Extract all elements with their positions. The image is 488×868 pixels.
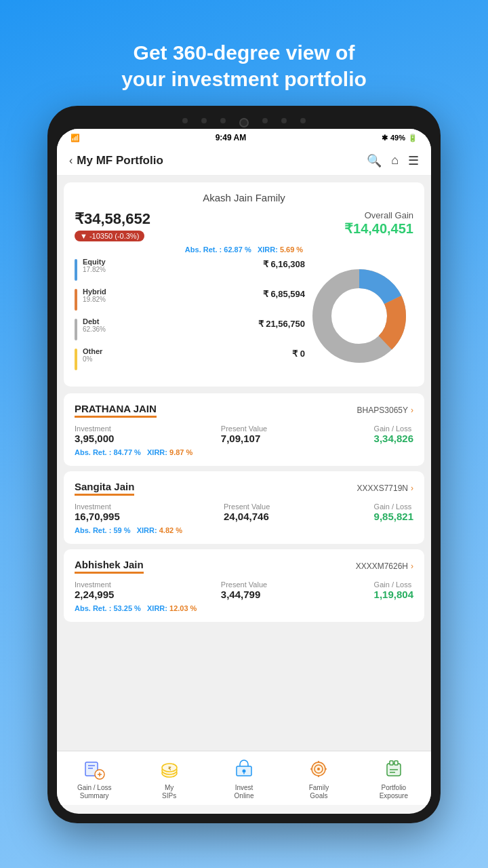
alloc-hybrid: Hybrid 19.82% ₹ 6,85,594 xyxy=(75,288,305,311)
alloc-hybrid-pct: 19.82% xyxy=(83,296,106,303)
investment-value-2: 16,70,995 xyxy=(75,511,120,522)
alloc-other-value: ₹ 0 xyxy=(292,349,305,359)
donut-chart xyxy=(305,262,413,373)
chevron-right-icon-1[interactable]: › xyxy=(411,406,413,415)
person-1-abs: Abs. Ret. : 84.77 % XIRR: 9.87 % xyxy=(75,448,413,456)
person-3-name: Abhishek Jain xyxy=(75,559,144,574)
alloc-other-pct: 0% xyxy=(83,355,102,363)
gl-value-3: 1,19,804 xyxy=(374,589,413,600)
gl-value-1: 3,34,826 xyxy=(374,433,413,444)
back-button[interactable]: ‹ My MF Portfolio xyxy=(69,154,163,167)
person-2-abs: Abs. Ret. : 59 % XIRR: 4.82 % xyxy=(75,526,413,534)
home-icon[interactable]: ⌂ xyxy=(391,153,399,168)
person-1-name: PRATHANA JAIN xyxy=(75,403,157,418)
wifi-icon: 📶 xyxy=(70,134,80,142)
nav-sips-label: MySIPs xyxy=(162,784,176,800)
person-3-abs: Abs. Ret. : 53.25 % XIRR: 12.03 % xyxy=(75,604,413,612)
alloc-equity-pct: 17.82% xyxy=(83,266,106,273)
alloc-debt: Debt 62.36% ₹ 21,56,750 xyxy=(75,317,305,340)
person-2-id: XXXXS7719N › xyxy=(357,484,413,493)
nav-goals[interactable]: FamilyGoals xyxy=(281,757,356,800)
top-bar: ‹ My MF Portfolio 🔍 ⌂ ☰ xyxy=(57,146,431,176)
nav-gain-loss-label: Gain / LossSummary xyxy=(77,784,112,800)
alloc-other-label: Other xyxy=(83,347,102,355)
alloc-debt-value: ₹ 21,56,750 xyxy=(258,319,305,329)
back-arrow-icon: ‹ xyxy=(69,155,73,167)
change-badge: ▼ -10350 (-0.3%) xyxy=(75,231,144,241)
investment-value-3: 2,24,995 xyxy=(75,589,114,600)
pv-value-3: 3,44,799 xyxy=(221,589,267,600)
person-card-3: Abhishek Jain XXXXM7626H › Investment 2,… xyxy=(64,549,424,622)
alloc-hybrid-label: Hybrid xyxy=(83,288,106,296)
alloc-debt-pct: 62.36% xyxy=(83,326,106,333)
search-icon[interactable]: 🔍 xyxy=(367,153,382,168)
svg-rect-25 xyxy=(390,761,393,765)
pv-label-1: Present Value xyxy=(221,425,267,433)
alloc-equity-value: ₹ 6,16,308 xyxy=(263,259,305,269)
total-amount: ₹34,58,652 xyxy=(75,210,150,228)
nav-invest-label: InvestOnline xyxy=(235,784,254,800)
person-card-1: PRATHANA JAIN BHAPS3065Y › Investment 3,… xyxy=(64,393,424,466)
page-title: My MF Portfolio xyxy=(77,154,163,167)
overall-gain-amount: ₹14,40,451 xyxy=(344,220,413,237)
gl-value-2: 9,85,821 xyxy=(374,511,413,522)
family-name: Akash Jain Family xyxy=(75,192,413,203)
pv-label-2: Present Value xyxy=(224,502,270,511)
bluetooth-icon: ✱ xyxy=(382,134,388,142)
investment-label-3: Investment xyxy=(75,580,114,589)
nav-invest[interactable]: InvestOnline xyxy=(207,757,281,800)
phone-frame: 📶 9:49 AM ✱ 49% 🔋 ‹ My MF Portfolio 🔍 ⌂ … xyxy=(47,106,441,823)
time: 9:49 AM xyxy=(216,133,247,142)
alloc-hybrid-value: ₹ 6,85,594 xyxy=(263,289,305,299)
nav-goals-label: FamilyGoals xyxy=(309,784,329,800)
status-bar: 📶 9:49 AM ✱ 49% 🔋 xyxy=(57,129,431,146)
portfolio-abs-ret: Abs. Ret. : 62.87 % XIRR: 5.69 % xyxy=(75,245,413,254)
chevron-right-icon-2[interactable]: › xyxy=(411,484,413,493)
nav-exposure[interactable]: PortfolioExposure xyxy=(357,757,431,800)
portfolio-card: Akash Jain Family ₹34,58,652 ▼ -10350 (-… xyxy=(64,182,424,387)
svg-rect-26 xyxy=(394,761,398,765)
person-card-2: Sangita Jain XXXXS7719N › Investment 16,… xyxy=(64,471,424,544)
person-3-id: XXXXM7626H › xyxy=(356,561,413,571)
gl-label-3: Gain / Loss xyxy=(374,580,413,589)
battery-text: 49% xyxy=(390,134,405,142)
menu-icon[interactable]: ☰ xyxy=(408,153,419,168)
nav-exposure-label: PortfolioExposure xyxy=(380,784,408,800)
alloc-equity-label: Equity xyxy=(83,258,106,266)
alloc-other: Other 0% ₹ 0 xyxy=(75,347,305,370)
alloc-debt-label: Debt xyxy=(83,317,106,326)
pv-label-3: Present Value xyxy=(221,580,267,589)
investment-label-1: Investment xyxy=(75,425,114,433)
person-1-id: BHAPS3065Y › xyxy=(357,406,413,415)
alloc-equity: Equity 17.82% ₹ 6,16,308 xyxy=(75,258,305,281)
person-2-name: Sangita Jain xyxy=(75,481,134,496)
pv-value-2: 24,04,746 xyxy=(224,511,270,522)
overall-gain-label: Overall Gain xyxy=(344,210,413,220)
investment-label-2: Investment xyxy=(75,502,120,511)
nav-sips[interactable]: ₹ MySIPs xyxy=(131,757,206,800)
nav-gain-loss[interactable]: Gain / LossSummary xyxy=(57,757,131,800)
svg-point-19 xyxy=(317,768,320,770)
svg-point-3 xyxy=(332,289,386,343)
pv-value-1: 7,09,107 xyxy=(221,433,267,444)
gl-label-2: Gain / Loss xyxy=(374,502,413,511)
bottom-nav: Gain / LossSummary ₹ MySIPs xyxy=(57,751,431,805)
battery-icon: 🔋 xyxy=(408,134,418,142)
gl-label-1: Gain / Loss xyxy=(374,425,413,433)
investment-value-1: 3,95,000 xyxy=(75,433,114,444)
header-text: Get 360-degree view ofyour investment po… xyxy=(47,12,441,106)
svg-point-15 xyxy=(243,769,246,772)
chevron-right-icon-3[interactable]: › xyxy=(411,561,413,571)
